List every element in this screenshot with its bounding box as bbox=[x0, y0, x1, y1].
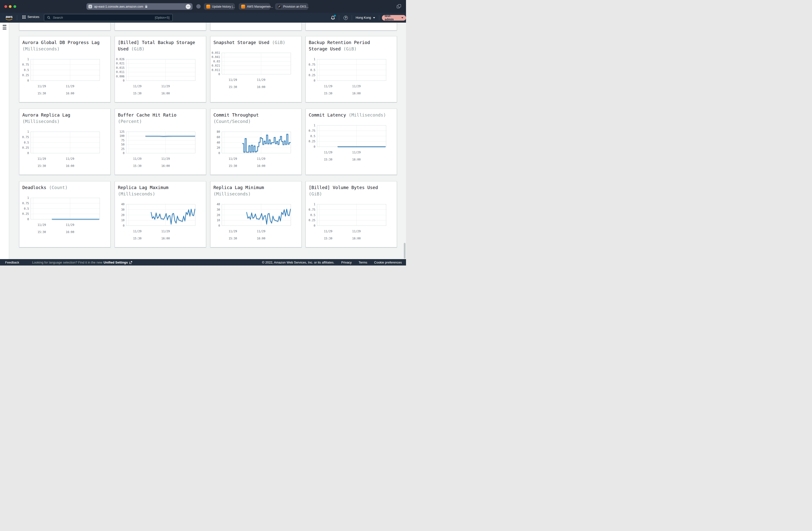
chart-title-text: Backup Retention Period Storage Used bbox=[309, 40, 370, 51]
url-bar[interactable]: x ap-east-1.console.aws.amazon.com ⋯ bbox=[86, 3, 192, 10]
close-window-button[interactable] bbox=[4, 5, 7, 8]
account-menu[interactable]: test-admin bbox=[382, 15, 406, 20]
metric-card: Aurora Global DB Progress Lag (Milliseco… bbox=[19, 36, 111, 102]
y-tick-label: 50 bbox=[121, 143, 125, 146]
metric-chart: 10.750.50.25011/2915:3011/2916:00 bbox=[309, 59, 394, 96]
chart-title-text: Aurora Global DB Progress Lag bbox=[23, 40, 100, 45]
y-tick-label: 0.75 bbox=[308, 208, 315, 211]
x-tick-label: 11/29 bbox=[229, 229, 237, 233]
y-tick-label: 0.5 bbox=[310, 213, 315, 217]
x-tick-label: 16:00 bbox=[257, 85, 265, 89]
y-tick-label: 0.026 bbox=[116, 57, 125, 61]
svg-text:aws: aws bbox=[6, 14, 13, 19]
chart-unit: (Milliseconds) bbox=[346, 112, 386, 117]
browser-tab-provision-eks[interactable]: Provision an EKS... bbox=[275, 3, 308, 10]
search-placeholder: Search bbox=[53, 16, 63, 19]
chart-unit: (Milliseconds) bbox=[214, 191, 251, 196]
metric-card: Deadlocks (Count)10.750.50.25011/2915:30… bbox=[19, 181, 111, 247]
chart-title-text: [Billed] Volume Bytes Used bbox=[309, 185, 378, 190]
chart-title: Commit Throughput (Count/Second) bbox=[214, 112, 295, 125]
y-tick-label: 0.011 bbox=[116, 70, 125, 74]
divider bbox=[339, 15, 339, 20]
y-tick-label: 0 bbox=[27, 151, 29, 155]
browser-tab-update-history[interactable]: Update history |... bbox=[204, 3, 235, 10]
y-tick-label: 30 bbox=[121, 208, 125, 211]
privacy-link[interactable]: Privacy bbox=[341, 261, 352, 264]
services-menu[interactable]: Services bbox=[23, 15, 39, 19]
metric-chart: 0.0510.0410.030.0210.011011/2915:3011/29… bbox=[214, 52, 299, 89]
x-tick-label: 15:30 bbox=[38, 92, 46, 95]
metric-card: Aurora Replica Lag (Milliseconds)10.750.… bbox=[19, 109, 111, 175]
search-icon bbox=[47, 16, 50, 19]
y-tick-label: 0.5 bbox=[24, 207, 29, 210]
x-tick-label: 16:00 bbox=[161, 164, 170, 168]
x-tick-label: 11/29 bbox=[257, 229, 265, 233]
region-selector[interactable]: Hong Kong bbox=[356, 16, 375, 19]
aws-logo[interactable]: aws bbox=[5, 14, 13, 21]
chart-title-text: Deadlocks bbox=[23, 185, 46, 190]
y-tick-label: 0.75 bbox=[22, 63, 29, 66]
y-tick-label: 1 bbox=[27, 196, 29, 200]
hamburger-menu-icon[interactable] bbox=[3, 25, 6, 30]
chart-title-text: Buffer Cache Hit Ratio bbox=[118, 112, 176, 117]
copy-tabs-icon[interactable] bbox=[396, 4, 402, 9]
unified-settings-link[interactable]: Unified Settings bbox=[104, 261, 132, 264]
x-tick-label: 11/29 bbox=[161, 85, 170, 88]
zoom-window-button[interactable] bbox=[14, 5, 16, 8]
x-tick-label: 11/29 bbox=[38, 157, 46, 160]
y-tick-label: 40 bbox=[217, 141, 220, 144]
x-tick-label: 15:30 bbox=[133, 237, 142, 240]
chart-title-text: Aurora Replica Lag bbox=[23, 112, 70, 117]
y-tick-label: 125 bbox=[119, 130, 125, 134]
extension-icon[interactable]: x bbox=[88, 5, 92, 8]
lock-icon bbox=[145, 5, 148, 8]
chart-title-text: Snapshot Storage Used bbox=[214, 40, 270, 45]
metric-card: Replica Lag Maximum (Milliseconds)403020… bbox=[115, 181, 206, 247]
feedback-button[interactable]: Feedback bbox=[5, 261, 19, 264]
unified-settings-label: Unified Settings bbox=[104, 261, 128, 264]
y-tick-label: 0.25 bbox=[308, 140, 315, 143]
scrollbar-thumb[interactable] bbox=[404, 243, 406, 258]
search-input[interactable]: Search [Option+S] bbox=[44, 14, 173, 21]
question-icon: ? bbox=[345, 16, 347, 19]
metric-chart: 80604020011/2915:3011/2916:00 bbox=[214, 131, 299, 168]
y-tick-label: 0 bbox=[123, 79, 125, 82]
metric-chart: 10.750.50.25011/2915:3011/2916:00 bbox=[23, 59, 108, 96]
x-tick-label: 15:30 bbox=[324, 158, 333, 161]
y-tick-label: 0 bbox=[314, 224, 315, 227]
y-tick-label: 0.5 bbox=[24, 141, 29, 144]
y-tick-label: 0.03 bbox=[213, 60, 220, 63]
notifications-button[interactable] bbox=[331, 15, 335, 21]
chevron-down-icon bbox=[401, 17, 403, 18]
help-button[interactable]: ? bbox=[344, 16, 348, 20]
y-tick-label: 1 bbox=[314, 124, 315, 127]
terms-link[interactable]: Terms bbox=[359, 261, 367, 264]
chart-title: Deadlocks (Count) bbox=[23, 184, 104, 191]
y-tick-label: 0.25 bbox=[308, 219, 315, 222]
y-tick-label: 20 bbox=[217, 146, 220, 150]
metric-chart: 10.750.50.25011/2915:3011/2916:00 bbox=[23, 197, 108, 234]
x-tick-label: 11/29 bbox=[133, 85, 142, 88]
minimize-window-button[interactable] bbox=[9, 5, 12, 8]
extension-button[interactable] bbox=[196, 4, 201, 9]
x-tick-label: 11/29 bbox=[133, 157, 142, 160]
browser-tab-aws-management[interactable]: AWS Managemen... bbox=[239, 3, 270, 10]
y-tick-label: 0.25 bbox=[308, 73, 315, 77]
chart-title: Aurora Global DB Progress Lag (Milliseco… bbox=[23, 39, 104, 52]
metric-card: Commit Throughput (Count/Second)80604020… bbox=[210, 109, 302, 175]
divider bbox=[352, 15, 352, 20]
x-tick-label: 15:30 bbox=[38, 230, 46, 234]
chart-unit: (Percent) bbox=[118, 119, 142, 124]
chart-unit: (Count) bbox=[46, 185, 68, 190]
x-tick-label: 15:30 bbox=[324, 237, 333, 240]
url-more-button[interactable]: ⋯ bbox=[186, 4, 191, 9]
metric-chart: 10.750.50.25011/2915:3011/2916:00 bbox=[23, 131, 108, 168]
y-tick-label: 0 bbox=[123, 151, 125, 155]
cookie-preferences-link[interactable]: Cookie preferences bbox=[374, 261, 402, 264]
y-tick-label: 1 bbox=[314, 202, 315, 206]
browser-chrome: x ap-east-1.console.aws.amazon.com ⋯ Upd… bbox=[0, 0, 406, 13]
x-tick-label: 11/29 bbox=[161, 157, 170, 160]
services-label: Services bbox=[28, 15, 39, 19]
y-tick-label: 0 bbox=[314, 145, 315, 149]
x-tick-label: 11/29 bbox=[229, 78, 237, 82]
